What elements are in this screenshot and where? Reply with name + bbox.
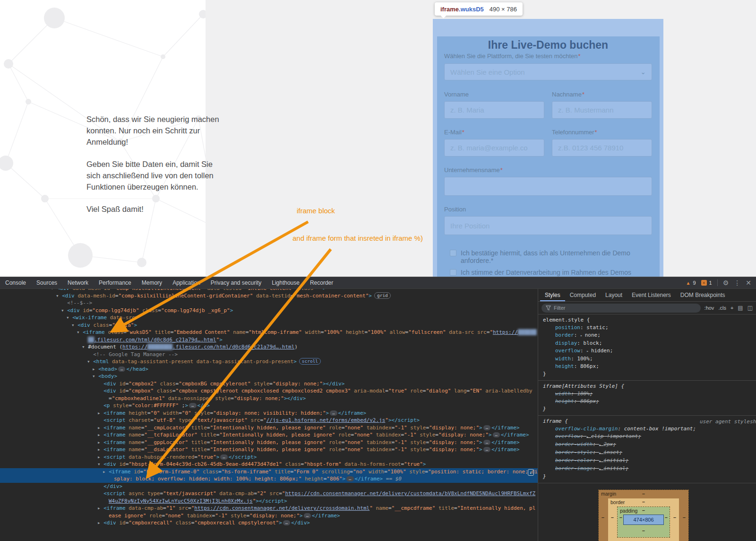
scroll-into-view-icon[interactable]: ↓ xyxy=(528,469,534,476)
css-property[interactable]: width: 100%; xyxy=(543,390,752,398)
css-property[interactable]: position: static; xyxy=(543,324,752,332)
css-property[interactable]: border-width: ▸ 2px; xyxy=(543,441,752,449)
devtools-tab-memory[interactable]: Memory xyxy=(137,277,167,288)
collapsed-content-icon[interactable]: … xyxy=(189,403,196,408)
expand-arrow-icon[interactable]: ▾ xyxy=(71,322,77,328)
dom-tree-row[interactable]: ▸ <iframe name="__cmpLocator" title="Int… xyxy=(0,424,538,432)
collapsed-content-icon[interactable]: … xyxy=(483,447,490,452)
error-count[interactable]: 9 xyxy=(693,280,696,286)
css-property[interactable]: border-image: ▸ initial; xyxy=(543,465,752,473)
sidebar-icon[interactable]: ◫ xyxy=(747,305,753,311)
expand-arrow-icon[interactable]: ▸ xyxy=(97,425,103,431)
expand-arrow-icon[interactable] xyxy=(87,351,93,358)
css-property[interactable]: border-style: ▸ inset; xyxy=(543,449,752,457)
expand-arrow-icon[interactable] xyxy=(97,417,103,423)
margin-left-value[interactable]: – xyxy=(601,515,604,520)
expand-arrow-icon[interactable]: ▸ xyxy=(97,432,103,438)
css-property[interactable]: height: 806px; xyxy=(543,363,752,370)
dom-tree-row[interactable]: <script charset="utf-8" type="text/javas… xyxy=(0,417,538,424)
collapsed-content-icon[interactable]: … xyxy=(346,476,353,481)
css-selector[interactable]: element.style xyxy=(543,317,584,323)
dom-tree-row[interactable]: ▸ <iframe name="__tcfapiLocator" title="… xyxy=(0,431,538,439)
dom-tree-row[interactable]: </div> xyxy=(0,483,538,490)
expand-arrow-icon[interactable]: ▾ xyxy=(77,329,83,335)
expand-arrow-icon[interactable] xyxy=(97,490,103,497)
border-left-value[interactable]: – xyxy=(611,515,614,520)
styles-tab-layout[interactable]: Layout xyxy=(601,289,627,301)
styles-tab-dom-breakpoints[interactable]: DOM Breakpoints xyxy=(676,289,730,301)
collapsed-content-icon[interactable]: … xyxy=(483,440,490,445)
collapsed-content-icon[interactable]: … xyxy=(483,425,490,430)
new-rule-button[interactable]: + xyxy=(730,305,733,311)
dom-tree-row[interactable]: ▸ <head>…</head> xyxy=(0,366,538,373)
dom-tree-row[interactable]: ▾ <iframe class="wuksD5" title="Embedded… xyxy=(0,329,538,343)
css-selector[interactable]: iframe xyxy=(543,418,562,424)
form-input-email[interactable]: z. B. maria@example.co xyxy=(444,139,544,157)
padding-bottom-value[interactable]: – xyxy=(642,528,645,533)
dom-tree-row[interactable]: ▾ <div id="comp-lgg74djb" class="comp-lg… xyxy=(0,307,538,314)
expand-arrow-icon[interactable]: ▾ xyxy=(56,293,62,299)
form-input-position[interactable]: Ihre Position xyxy=(444,216,652,235)
dom-tree-row[interactable]: <div id="cmpbox2" class="cmpboxBG cmpsty… xyxy=(0,380,538,388)
border-top-value[interactable]: – xyxy=(642,499,645,505)
margin-top-value[interactable]: – xyxy=(642,491,645,497)
panel-icon[interactable]: ▤ xyxy=(738,305,743,311)
css-property[interactable]: overflow: ▸ clip !important; xyxy=(543,433,752,441)
box-model-content[interactable]: 474×806 xyxy=(623,515,664,525)
cls-toggle[interactable]: .cls xyxy=(718,305,726,311)
expand-arrow-icon[interactable]: ▸ xyxy=(97,505,103,511)
dom-tree-row[interactable]: ▸ <script data-hubspot-rendered="true">…… xyxy=(0,454,538,461)
expand-arrow-icon[interactable] xyxy=(97,402,103,409)
kebab-menu-icon[interactable]: ⋮ xyxy=(734,279,740,287)
collapsed-content-icon[interactable]: … xyxy=(330,410,337,416)
dom-tree-row[interactable]: <!--$--> xyxy=(0,299,538,307)
expand-arrow-icon[interactable]: ▸ xyxy=(97,410,103,416)
devtools-tab-recorder[interactable]: Recorder xyxy=(305,277,338,288)
dom-tree-row[interactable]: ▸ <iframe id="hs-form-iframe-0" class="h… xyxy=(0,468,538,483)
padding-left-value[interactable]: – xyxy=(619,515,622,520)
expand-arrow-icon[interactable]: ▾ xyxy=(92,373,98,379)
expand-arrow-icon[interactable]: ▾ xyxy=(97,461,103,467)
padding-right-value[interactable]: – xyxy=(665,515,668,520)
styles-tab-styles[interactable]: Styles xyxy=(540,289,565,301)
border-right-value[interactable]: – xyxy=(673,515,676,520)
css-property[interactable]: height: 806px; xyxy=(543,398,752,405)
devtools-tab-privacy-and-security[interactable]: Privacy and security xyxy=(206,277,266,288)
expand-arrow-icon[interactable] xyxy=(97,483,103,489)
form-input-telefonnummer[interactable]: z.B. 0123 456 78910 xyxy=(552,139,652,157)
css-selector[interactable]: iframe[Attributes Style] xyxy=(543,383,618,389)
expand-arrow-icon[interactable]: ▸ xyxy=(97,454,103,460)
css-property[interactable]: border-color: ▸ initial; xyxy=(543,457,752,465)
expand-arrow-icon[interactable]: ▸ xyxy=(97,520,103,526)
expand-arrow-icon[interactable] xyxy=(61,300,67,306)
expand-arrow-icon[interactable]: ▸ xyxy=(92,366,98,372)
close-icon[interactable]: ✕ xyxy=(746,279,751,287)
form-input-unternehmensname[interactable] xyxy=(444,177,652,196)
devtools-tab-performance[interactable]: Performance xyxy=(94,277,137,288)
dom-tree-row[interactable]: ▸ <div id="cmpboxrecall" class="cmpboxre… xyxy=(0,519,538,527)
collapsed-content-icon[interactable]: … xyxy=(220,454,227,460)
dom-tree-row[interactable]: ▾ <body> xyxy=(0,373,538,380)
devtools-tab-network[interactable]: Network xyxy=(62,277,94,288)
css-property[interactable]: border: ▸ none; xyxy=(543,332,752,340)
expand-arrow-icon[interactable]: ▾ xyxy=(66,314,72,321)
dom-tree-row[interactable]: ▸ <iframe name="__gppLocator" title="Int… xyxy=(0,439,538,446)
expand-arrow-icon[interactable] xyxy=(97,381,103,387)
expand-arrow-icon[interactable]: ▸ xyxy=(97,439,103,445)
css-property[interactable]: display: block; xyxy=(543,340,752,347)
issues-icon[interactable]: ✕ xyxy=(701,280,707,286)
dom-tree-row[interactable]: ▾ <div data-mesh-id="comp-ksilxilliinlin… xyxy=(0,292,538,300)
grid-badge[interactable]: grid xyxy=(374,292,391,299)
checkbox[interactable] xyxy=(450,269,456,276)
dom-tree-row[interactable]: ▸ <iframe data-cmp-ab="1" src="https://c… xyxy=(0,505,538,519)
expand-arrow-icon[interactable]: ▾ xyxy=(61,307,67,314)
platform-select[interactable]: Wählen Sie eine Option ⌄ xyxy=(444,63,652,80)
expand-arrow-icon[interactable]: ▾ xyxy=(51,289,57,291)
issues-count[interactable]: 1 xyxy=(709,280,712,286)
collapsed-content-icon[interactable]: … xyxy=(493,432,500,437)
collapsed-content-icon[interactable]: … xyxy=(118,366,125,372)
css-property[interactable]: overflow-clip-margin: content-box !impor… xyxy=(543,425,752,433)
css-property[interactable]: width: 100%; xyxy=(543,355,752,363)
devtools-tab-sources[interactable]: Sources xyxy=(31,277,62,288)
devtools-tab-application[interactable]: Application xyxy=(167,277,206,288)
